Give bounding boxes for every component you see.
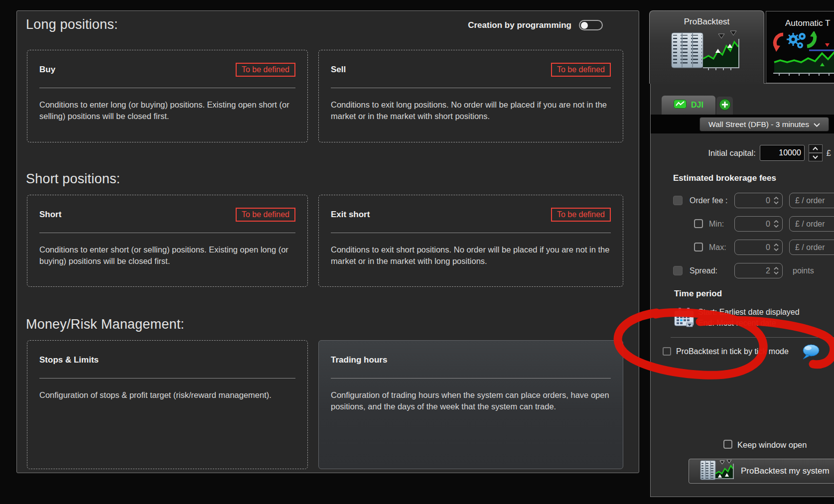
step-up-icon[interactable]: [809, 144, 823, 153]
max-fee-unit: £ / order: [789, 240, 834, 255]
max-fee-row: Max: £ / order: [651, 239, 834, 256]
divider: [39, 378, 295, 378]
stepper-icons[interactable]: [771, 267, 782, 274]
min-fee-input[interactable]: [735, 219, 771, 229]
fees-section-title: Estimated brokerage fees: [673, 173, 776, 183]
order-fee-input[interactable]: [735, 196, 771, 206]
strategy-definition-panel: Long positions: Creation by programming …: [16, 10, 639, 473]
currency-label: £: [827, 148, 831, 158]
divider: [331, 233, 611, 233]
chevron-down-icon: [814, 120, 820, 129]
tab-automatic-trading[interactable]: Automatic T: [766, 11, 834, 83]
speech-bubble-icon[interactable]: [802, 344, 820, 362]
instrument-tab-dji[interactable]: DJI: [662, 96, 715, 115]
box-description: Conditions to enter short (or selling) p…: [39, 244, 295, 267]
order-fee-checkbox[interactable]: [673, 196, 683, 205]
box-description: Configuration of trading hours when the …: [331, 389, 611, 412]
stepper-icons[interactable]: [771, 197, 782, 204]
spread-label: Spread:: [690, 266, 717, 275]
time-period-start: Start: Earliest date displayed: [698, 308, 800, 317]
plus-icon: [719, 99, 731, 113]
order-fee-row: Order fee : £ / order: [651, 192, 834, 209]
to-be-defined-badge: To be defined: [551, 208, 611, 222]
buy-conditions-box[interactable]: Buy To be defined Conditions to enter lo…: [27, 50, 308, 142]
divider: [331, 378, 611, 378]
to-be-defined-badge: To be defined: [236, 208, 295, 222]
probacktest-settings-panel: DJI Wall Street (DFB) - 3 minutes Initia…: [650, 83, 834, 497]
divider: [671, 337, 834, 338]
initial-capital-input[interactable]: [760, 145, 805, 161]
box-description: Configuration of stops & profit target (…: [39, 389, 295, 401]
keep-window-label: Keep window open: [737, 440, 807, 450]
creation-by-programming-label: Creation by programming: [468, 20, 571, 30]
min-fee-row: Min: £ / order: [651, 216, 834, 233]
short-conditions-box[interactable]: Short To be defined Conditions to enter …: [27, 195, 308, 287]
spread-input[interactable]: [735, 266, 771, 276]
tick-mode-checkbox[interactable]: [663, 347, 671, 356]
long-positions-title: Long positions:: [17, 17, 118, 32]
to-be-defined-badge: To be defined: [236, 63, 295, 77]
box-title: Trading hours: [331, 355, 387, 365]
automatic-trading-icon: [772, 31, 834, 79]
to-be-defined-badge: To be defined: [551, 63, 611, 77]
timeframe-dropdown-value: Wall Street (DFB) - 3 minutes: [708, 120, 809, 129]
sell-conditions-box[interactable]: Sell To be defined Conditions to exit lo…: [318, 50, 623, 142]
timeframe-dropdown[interactable]: Wall Street (DFB) - 3 minutes: [699, 117, 829, 131]
creation-by-programming-toggle[interactable]: [579, 20, 603, 30]
tick-mode-row: ProBacktest in tick by tick mode: [651, 346, 834, 360]
min-fee-label: Min:: [709, 220, 724, 229]
stops-limits-box[interactable]: Stops & Limits Configuration of stops & …: [27, 340, 308, 469]
box-title: Stops & Limits: [39, 355, 99, 365]
run-button-label: ProBacktest my system: [741, 466, 830, 476]
order-fee-unit: £ / order: [789, 193, 834, 208]
backtest-run-icon: [700, 460, 735, 483]
toggle-knob: [581, 22, 588, 29]
keep-window-row: Keep window open: [651, 439, 834, 451]
add-instrument-tab[interactable]: [716, 97, 733, 115]
divider: [39, 233, 295, 233]
exit-short-conditions-box[interactable]: Exit short To be defined Conditions to e…: [318, 195, 623, 287]
tick-mode-label: ProBacktest in tick by tick mode: [676, 347, 789, 356]
min-fee-unit: £ / order: [789, 216, 834, 232]
box-title: Exit short: [331, 210, 370, 220]
tab-probacktest[interactable]: ProBacktest: [649, 10, 764, 84]
divider: [39, 88, 295, 88]
box-description: Conditions to exit long positions. No or…: [331, 99, 611, 122]
box-title: Short: [39, 210, 61, 220]
tab-label: Automatic T: [785, 18, 834, 28]
stepper-icons[interactable]: [771, 244, 782, 251]
divider: [331, 88, 611, 88]
spread-checkbox[interactable]: [673, 266, 683, 275]
spread-unit: points: [793, 266, 814, 275]
box-description: Conditions to exit short positions. No o…: [331, 244, 611, 267]
instrument-tab-label: DJI: [691, 101, 703, 110]
probacktest-my-system-button[interactable]: ProBacktest my system: [689, 459, 834, 484]
keep-window-checkbox[interactable]: [723, 440, 732, 449]
time-period-title: Time period: [674, 289, 722, 299]
max-fee-checkbox[interactable]: [694, 243, 703, 252]
box-title: Sell: [331, 65, 346, 75]
time-period-end: End: Most recent date: [698, 319, 776, 328]
max-fee-input[interactable]: [735, 243, 771, 252]
instrument-strip: Wall Street (DFB) - 3 minutes: [651, 115, 834, 133]
stepper-icons[interactable]: [771, 220, 782, 228]
trading-hours-box[interactable]: Trading hours Configuration of trading h…: [318, 340, 623, 469]
max-fee-label: Max:: [709, 243, 726, 252]
box-title: Buy: [39, 65, 55, 75]
tab-label: ProBacktest: [650, 17, 764, 27]
order-fee-label: Order fee :: [690, 196, 727, 205]
spread-row: Spread: points: [651, 262, 834, 279]
calendar-icon[interactable]: [674, 308, 695, 330]
min-fee-checkbox[interactable]: [694, 219, 703, 228]
box-description: Conditions to enter long (or buying) pos…: [39, 99, 295, 122]
money-risk-title: Money/Risk Management:: [17, 317, 639, 332]
initial-capital-stepper[interactable]: [809, 144, 823, 161]
short-positions-title: Short positions:: [17, 171, 639, 187]
probacktest-icon: [650, 30, 764, 74]
step-down-icon[interactable]: [809, 153, 823, 161]
chart-icon: [674, 100, 687, 111]
initial-capital-label: Initial capital:: [708, 148, 755, 158]
